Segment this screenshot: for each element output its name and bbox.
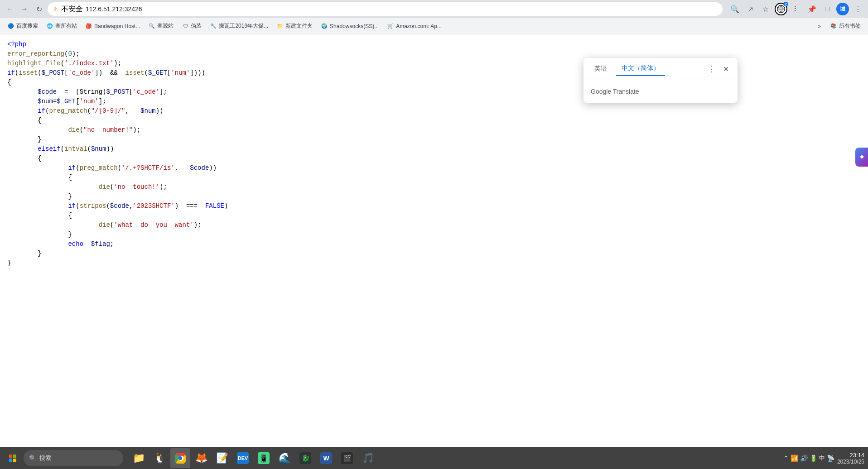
- sys-tray-icons: ⌃ 📶 🔊 🔋 中 📡: [783, 454, 834, 462]
- taskbar-app-kali[interactable]: 🐉: [295, 448, 315, 468]
- menu-button[interactable]: ⋮: [852, 3, 864, 15]
- chevron-up-icon[interactable]: ⌃: [783, 455, 789, 462]
- taskbar-apps: 📁 🐧 🦊: [129, 448, 378, 468]
- taskbar-search-label: 搜索: [39, 454, 51, 462]
- code-line: {: [7, 116, 861, 125]
- forward-button[interactable]: →: [18, 3, 31, 15]
- taskbar-app-qq[interactable]: 🐧: [149, 448, 169, 468]
- bookmark-baidu-label: 百度搜索: [16, 22, 38, 30]
- taskbar-app-obs[interactable]: 🎬: [337, 448, 357, 468]
- code-line: {: [7, 173, 861, 182]
- speaker-icon[interactable]: 🔊: [800, 455, 808, 462]
- svg-point-5: [178, 456, 182, 460]
- bookmark-disguise[interactable]: 🛡 伪装: [178, 20, 205, 32]
- network-icon[interactable]: 📶: [791, 455, 798, 462]
- bookmark-disguise-label: 伪装: [191, 22, 202, 30]
- wifi-icon[interactable]: 📡: [827, 455, 834, 462]
- title-bar: ← → ↻ ⚠ 不安全 112.6.51.212:32426 🔍 ↗ ☆ A 文…: [0, 0, 868, 18]
- bookmark-bandwagon-label: Bandwagon Host...: [94, 23, 140, 29]
- address-bar[interactable]: ⚠ 不安全 112.6.51.212:32426: [47, 2, 723, 16]
- disguise-favicon: 🛡: [182, 23, 189, 30]
- taskbar-app-firefox[interactable]: 🦊: [191, 448, 211, 468]
- profile-button[interactable]: 域: [836, 3, 849, 15]
- taskbar: 🔍 搜索 📁 🐧: [0, 447, 868, 469]
- code-line: if(preg_match('/.+?SHCTF/is', $code)): [7, 163, 861, 173]
- code-line: if(stripos($code,'2023SHCTF') === FALSE): [7, 201, 861, 211]
- svg-text:文: 文: [782, 6, 784, 9]
- bookmark-allsites[interactable]: 🌐 查所有站: [43, 20, 81, 32]
- bookmark-source[interactable]: 🔍 查源站: [145, 20, 177, 32]
- language-indicator[interactable]: 中: [819, 454, 825, 462]
- content-area: <?php error_reporting(0); highlight_file…: [0, 34, 868, 469]
- bookmarks-bar: 🔵 百度搜索 🌐 查所有站 🎒 Bandwagon Host... 🔍 查源站 …: [0, 18, 868, 34]
- search-icon: 🔍: [29, 455, 37, 462]
- bookmark-ss-label: Shadowsocks(SS)...: [330, 23, 379, 29]
- taskbar-app-docs[interactable]: 📝: [212, 448, 232, 468]
- clock-time: 23:14: [837, 452, 864, 459]
- bookmark-bandwagon2[interactable]: 🔧 搬瓦工2019年大促...: [206, 20, 272, 32]
- translate-lang-to[interactable]: 中文（简体）: [616, 62, 665, 76]
- start-button[interactable]: [4, 449, 22, 467]
- bookmark-allbookmarks[interactable]: 📚 所有书签: [826, 20, 864, 32]
- bookmark-bandwagon[interactable]: 🎒 Bandwagon Host...: [82, 20, 144, 32]
- taskbar-app-android[interactable]: 📱: [254, 448, 274, 468]
- profile-menu-button[interactable]: ⠇: [790, 3, 803, 15]
- code-line: elseif(intval($num)): [7, 144, 861, 154]
- security-icon: ⚠: [53, 6, 58, 13]
- security-label: 不安全: [61, 5, 83, 14]
- code-line: {: [7, 154, 861, 163]
- battery-icon[interactable]: 🔋: [810, 455, 817, 462]
- search-button[interactable]: 🔍: [728, 3, 741, 15]
- translate-lang-from[interactable]: 英语: [589, 62, 612, 76]
- windows-logo-icon: [9, 455, 16, 462]
- pin-button[interactable]: 📌: [805, 3, 818, 15]
- code-area[interactable]: <?php error_reporting(0); highlight_file…: [0, 34, 868, 469]
- translate-more-button[interactable]: ⋮: [705, 62, 718, 75]
- clock[interactable]: 23:14 2023/10/25: [837, 452, 864, 465]
- translate-icon[interactable]: A 文 2: [775, 3, 787, 15]
- allsites-favicon: 🌐: [46, 23, 53, 30]
- bookmark-amazon[interactable]: 🛒 Amazon.com: Ap...: [383, 20, 445, 32]
- taskbar-app-chrome[interactable]: [170, 448, 190, 468]
- source-favicon: 🔍: [148, 23, 155, 30]
- bookmark-bandwagon2-label: 搬瓦工2019年大促...: [219, 22, 268, 30]
- taskbar-app-edge[interactable]: 🌊: [275, 448, 294, 468]
- translate-close-button[interactable]: ✕: [719, 62, 732, 75]
- code-line: echo $flag;: [7, 239, 861, 249]
- bookmark-button[interactable]: ☆: [759, 3, 772, 15]
- gemini-sidebar-button[interactable]: ✦: [855, 148, 868, 167]
- bookmark-allsites-label: 查所有站: [55, 22, 77, 30]
- taskbar-app-devtools[interactable]: DEV: [233, 448, 253, 468]
- taskbar-search[interactable]: 🔍 搜索: [24, 450, 123, 466]
- allbookmarks-favicon: 📚: [830, 23, 837, 30]
- taskbar-app-music[interactable]: 🎵: [358, 448, 378, 468]
- bookmark-folder[interactable]: 📁 新建文件夹: [273, 20, 316, 32]
- translate-popup-header: 英语 中文（简体） ⋮ ✕: [583, 58, 738, 80]
- taskbar-app-explorer[interactable]: 📁: [129, 448, 149, 468]
- translate-popup: 英语 中文（简体） ⋮ ✕ Google Translate: [583, 58, 738, 103]
- bandwagon2-favicon: 🔧: [210, 23, 217, 30]
- code-line: error_reporting(0);: [7, 49, 861, 59]
- code-line: if(preg_match("/[0-9]/", $num)): [7, 106, 861, 116]
- code-line: }: [7, 258, 861, 268]
- bookmark-amazon-label: Amazon.com: Ap...: [396, 23, 442, 29]
- code-line: }: [7, 192, 861, 201]
- bandwagon-favicon: 🎒: [85, 23, 92, 30]
- bookmark-source-label: 查源站: [157, 22, 174, 30]
- bookmark-folder-label: 新建文件夹: [285, 22, 313, 30]
- code-line: }: [7, 230, 861, 239]
- bookmark-baidu[interactable]: 🔵 百度搜索: [4, 20, 42, 32]
- bookmark-ss[interactable]: 🌍 Shadowsocks(SS)...: [317, 20, 382, 32]
- gemini-star-icon: ✦: [858, 152, 865, 162]
- code-line: die('what do you want');: [7, 220, 861, 230]
- taskbar-app-word[interactable]: W: [316, 448, 336, 468]
- bookmarks-more-button[interactable]: »: [815, 23, 824, 29]
- ss-favicon: 🌍: [321, 23, 328, 30]
- amazon-favicon: 🛒: [387, 23, 394, 30]
- sidebar-button[interactable]: □: [821, 3, 834, 15]
- browser-frame: ← → ↻ ⚠ 不安全 112.6.51.212:32426 🔍 ↗ ☆ A 文…: [0, 0, 868, 469]
- back-button[interactable]: ←: [4, 3, 16, 15]
- reload-button[interactable]: ↻: [33, 3, 45, 15]
- share-button[interactable]: ↗: [744, 3, 757, 15]
- system-tray: ⌃ 📶 🔊 🔋 中 📡 23:14 2023/10/25: [783, 452, 864, 465]
